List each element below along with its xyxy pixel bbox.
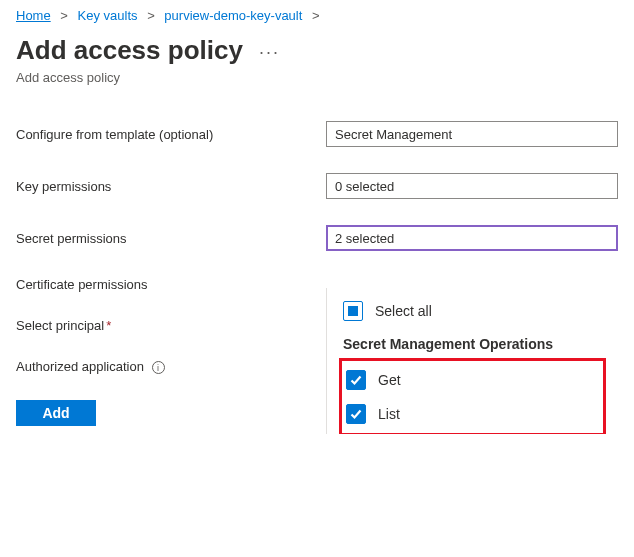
chevron-right-icon: > bbox=[147, 8, 155, 23]
dropdown-secret-permissions[interactable]: 2 selected bbox=[326, 225, 618, 251]
option-list[interactable]: List bbox=[342, 397, 603, 431]
label-select-principal: Select principal* bbox=[16, 318, 326, 333]
label-authorized-application: Authorized application i bbox=[16, 359, 326, 374]
label-list: List bbox=[378, 406, 400, 422]
add-button[interactable]: Add bbox=[16, 400, 96, 426]
breadcrumb-keyvaults[interactable]: Key vaults bbox=[78, 8, 138, 23]
dropdown-template[interactable]: Secret Management bbox=[326, 121, 618, 147]
required-indicator: * bbox=[106, 318, 111, 333]
dropdown-key-permissions[interactable]: 0 selected bbox=[326, 173, 618, 199]
more-actions-icon[interactable]: ··· bbox=[259, 42, 280, 63]
info-icon[interactable]: i bbox=[152, 361, 165, 374]
option-get[interactable]: Get bbox=[342, 363, 603, 397]
breadcrumb-vault[interactable]: purview-demo-key-vault bbox=[164, 8, 302, 23]
chevron-right-icon: > bbox=[312, 8, 320, 23]
chevron-right-icon: > bbox=[60, 8, 68, 23]
label-template: Configure from template (optional) bbox=[16, 127, 326, 142]
label-secret-permissions: Secret permissions bbox=[16, 231, 326, 246]
page-title: Add access policy bbox=[16, 35, 243, 66]
breadcrumb: Home > Key vaults > purview-demo-key-vau… bbox=[16, 8, 618, 23]
breadcrumb-home[interactable]: Home bbox=[16, 8, 51, 23]
label-get: Get bbox=[378, 372, 401, 388]
checkbox-list[interactable] bbox=[346, 404, 366, 424]
option-select-all[interactable]: Select all bbox=[327, 294, 618, 328]
secret-permissions-panel: Select all Secret Management Operations … bbox=[326, 288, 618, 434]
checkbox-select-all[interactable] bbox=[343, 301, 363, 321]
highlight-box: Get List bbox=[339, 358, 606, 434]
checkbox-get[interactable] bbox=[346, 370, 366, 390]
label-certificate-permissions: Certificate permissions bbox=[16, 277, 326, 292]
page-subtitle: Add access policy bbox=[16, 70, 618, 85]
label-key-permissions: Key permissions bbox=[16, 179, 326, 194]
group-header-secret-ops: Secret Management Operations bbox=[327, 328, 618, 358]
label-select-all: Select all bbox=[375, 303, 432, 319]
